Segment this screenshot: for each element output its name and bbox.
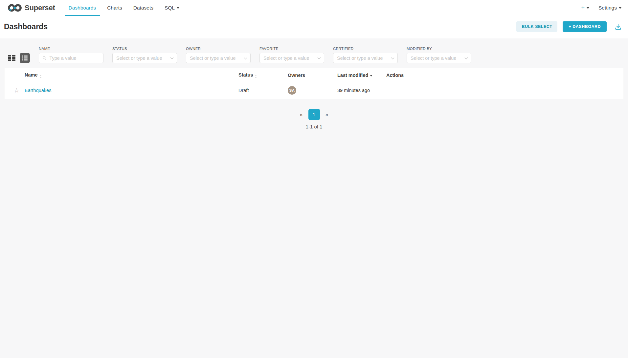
favorite-star-icon[interactable]: ☆ [7, 87, 19, 94]
page-1-button[interactable]: 1 [308, 109, 320, 120]
favorite-column-header [5, 68, 23, 82]
caret-down-icon [177, 7, 179, 9]
table-row: ☆ Earthquakes Draft SA 39 minutes ago [5, 82, 623, 99]
card-view-toggle[interactable] [7, 53, 16, 63]
grid-view-icon [12, 59, 15, 61]
view-mode-toggles [7, 47, 30, 63]
caret-down-icon [587, 7, 589, 9]
settings-menu-button[interactable]: Settings [598, 5, 621, 11]
search-icon [42, 56, 46, 60]
column-label: Name [25, 72, 38, 78]
filter-group-status: STATUS Select or type a value [112, 47, 177, 63]
bulk-select-button[interactable]: BULK SELECT [516, 21, 557, 32]
header-actions: BULK SELECT + DASHBOARD [516, 21, 623, 32]
grid-view-icon [8, 57, 11, 59]
sort-desc-icon [370, 75, 372, 77]
plus-icon: + [581, 5, 585, 11]
modified-by-filter-select[interactable]: Select or type a value [407, 53, 471, 63]
status-value: Draft [238, 88, 249, 93]
chevron-down-icon [170, 56, 174, 59]
chevron-down-icon [244, 56, 247, 59]
filter-bar: NAME STATUS Select or type a value OWNER… [0, 38, 628, 68]
nav-tab-charts[interactable]: Charts [103, 0, 126, 16]
filter-group-owner: OWNER Select or type a value [186, 47, 251, 63]
list-view-icon [22, 57, 28, 58]
chevron-down-icon [465, 56, 468, 59]
nav-tab-label: Charts [107, 5, 122, 11]
name-filter-field[interactable] [39, 53, 103, 63]
grid-view-icon [8, 59, 11, 61]
status-filter-select[interactable]: Select or type a value [112, 53, 177, 63]
nav-right-section: + Settings [581, 0, 628, 16]
add-dashboard-button[interactable]: + DASHBOARD [563, 21, 607, 32]
last-modified-column-header[interactable]: Last modified [335, 68, 384, 82]
select-placeholder: Select or type a value [116, 56, 162, 61]
owner-filter-select[interactable]: Select or type a value [186, 53, 251, 63]
list-view-icon [22, 59, 28, 60]
list-view-toggle-active[interactable] [20, 53, 30, 63]
owner-avatar[interactable]: SA [288, 86, 296, 95]
select-placeholder: Select or type a value [190, 56, 236, 61]
nav-tab-sql[interactable]: SQL [161, 0, 183, 16]
favorite-filter-select[interactable]: Select or type a value [259, 53, 324, 63]
filter-label: STATUS [112, 47, 177, 51]
column-label: Last modified [337, 73, 368, 78]
superset-infinity-icon [8, 3, 22, 13]
certified-filter-select[interactable]: Select or type a value [333, 53, 398, 63]
column-label: Actions [386, 73, 404, 78]
grid-view-icon [12, 55, 15, 57]
previous-page-button[interactable]: « [297, 110, 305, 119]
filter-group-favorite: FAVORITE Select or type a value [259, 47, 324, 63]
filter-group-name: NAME [39, 47, 103, 63]
nav-tab-label: SQL [165, 5, 175, 11]
download-icon [615, 23, 622, 30]
export-dashboards-button[interactable] [613, 23, 623, 31]
brand-name: Superset [25, 4, 55, 12]
table-header-row: Name Status Owners Last modified Actions [5, 68, 623, 82]
status-column-header[interactable]: Status [236, 68, 286, 82]
filter-label: NAME [39, 47, 103, 51]
sort-icon [40, 75, 42, 78]
main-nav: Dashboards Charts Datasets SQL [63, 0, 185, 16]
caret-down-icon [619, 7, 621, 9]
dashboards-table: Name Status Owners Last modified Actions… [5, 68, 623, 99]
next-page-button[interactable]: » [323, 110, 331, 119]
select-placeholder: Select or type a value [337, 56, 383, 61]
grid-view-icon [8, 55, 11, 57]
filter-label: MODIFIED BY [407, 47, 471, 51]
actions-column-header: Actions [384, 68, 623, 82]
name-filter-input[interactable] [49, 55, 100, 61]
page-title: Dashboards [4, 22, 48, 31]
filter-label: CERTIFIED [333, 47, 398, 51]
filter-label: FAVORITE [259, 47, 324, 51]
column-label: Owners [288, 73, 305, 78]
owners-column-header: Owners [286, 68, 335, 82]
dashboards-table-card: Name Status Owners Last modified Actions… [5, 68, 623, 99]
top-navbar: Superset Dashboards Charts Datasets SQL … [0, 0, 628, 16]
filter-group-certified: CERTIFIED Select or type a value [333, 47, 398, 63]
settings-label: Settings [598, 5, 617, 11]
grid-view-icon [12, 57, 15, 59]
filter-label: OWNER [186, 47, 251, 51]
pagination-summary: 1-1 of 1 [0, 124, 628, 129]
nav-tab-label: Dashboards [69, 5, 96, 11]
row-actions-cell [384, 82, 623, 99]
pagination: « 1 » [0, 109, 628, 120]
nav-tab-label: Datasets [133, 5, 153, 11]
footer-strip [0, 358, 628, 364]
name-column-header[interactable]: Name [23, 68, 236, 82]
dashboard-name-link[interactable]: Earthquakes [25, 88, 51, 93]
sort-icon [255, 75, 257, 78]
select-placeholder: Select or type a value [411, 56, 456, 61]
nav-tab-datasets[interactable]: Datasets [129, 0, 157, 16]
chevron-down-icon [318, 56, 321, 59]
last-modified-value: 39 minutes ago [337, 88, 370, 93]
superset-logo[interactable]: Superset [8, 0, 55, 16]
nav-tab-dashboards[interactable]: Dashboards [65, 0, 100, 16]
select-placeholder: Select or type a value [263, 56, 309, 61]
filter-group-modified-by: MODIFIED BY Select or type a value [407, 47, 471, 63]
chevron-down-icon [391, 56, 394, 59]
list-view-icon [22, 56, 28, 57]
column-label: Status [238, 72, 253, 78]
new-item-menu-button[interactable]: + [581, 5, 589, 11]
